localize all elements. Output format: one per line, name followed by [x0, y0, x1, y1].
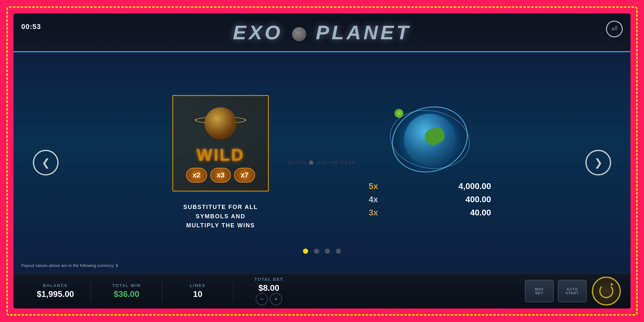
lines-value: 10 [193, 289, 203, 299]
payout-value-4x: 400.00 [465, 194, 491, 204]
payout-table: 5x 4,000.00 4x 400.00 3x 40.00 [369, 181, 491, 221]
wild-label: WILD [197, 145, 245, 165]
watermark: SLOTS 🎰 ONLINE FREE [288, 160, 356, 165]
mult-x2: x2 [186, 168, 207, 183]
header: 00:53 EXO PLANET ⏎ [14, 14, 630, 52]
main-container: 00:53 EXO PLANET ⏎ ❮ [14, 14, 630, 308]
watermark-text: SLOTS 🎰 ONLINE FREE [288, 160, 356, 165]
mult-x7: x7 [234, 168, 255, 183]
max-bet-label: MAX [535, 287, 544, 291]
payout-mult-3x: 3x [369, 208, 378, 218]
payout-row-5x: 5x 4,000.00 [369, 181, 491, 191]
bet-decrease-button[interactable]: − [256, 293, 268, 305]
payout-mult-5x: 5x [369, 181, 378, 191]
payout-row-4x: 4x 400.00 [369, 194, 491, 204]
multipliers-row: x2 x3 x7 [186, 168, 255, 183]
nav-right-button[interactable]: ❯ [585, 150, 611, 175]
wild-description: SUBSTITUTE FOR ALLSYMBOLS ANDMULTIPLY TH… [183, 203, 258, 230]
payout-value-3x: 40.00 [470, 208, 491, 218]
dot-1[interactable] [303, 249, 308, 254]
divider-3 [233, 280, 233, 302]
title-exo: EXO [233, 21, 283, 43]
total-win-group: TOTAL WIN $36.00 [94, 283, 159, 299]
planet-dot-icon [292, 27, 306, 41]
auto-start-label: AUTO [567, 287, 578, 291]
planet-panel: 5x 4,000.00 4x 400.00 3x 40.00 [369, 104, 491, 221]
nav-left-button[interactable]: ❮ [33, 150, 59, 175]
max-bet-label2: BET [535, 291, 544, 295]
balance-label: BALANCE [43, 283, 68, 288]
total-bet-label: TOTAL BET [254, 277, 283, 282]
pagination-dots [303, 249, 341, 254]
total-win-value: $36.00 [114, 289, 139, 299]
earth-continent [423, 126, 446, 147]
spin-icon [599, 284, 613, 298]
total-bet-group: TOTAL BET $8.00 − + [237, 277, 301, 305]
content-area: ❮ WILD x2 x3 x7 [14, 52, 630, 273]
panels: WILD x2 x3 x7 SUBSTITUTE FOR ALLSYMBOLS … [113, 95, 531, 230]
dot-4[interactable] [336, 249, 341, 254]
title-planet: PLANET [316, 21, 411, 43]
total-bet-value: $8.00 [258, 283, 279, 293]
earth-planet-graphic [388, 104, 472, 175]
lines-label: LINES [190, 283, 205, 288]
payout-row-3x: 3x 40.00 [369, 208, 491, 218]
balance-value: $1,995.00 [37, 289, 74, 299]
timer: 00:53 [21, 23, 41, 31]
divider-1 [91, 280, 91, 302]
auto-start-label2: START [566, 291, 579, 295]
payout-value-5x: 4,000.00 [459, 181, 491, 191]
back-button[interactable]: ⏎ [606, 21, 623, 37]
lines-group: LINES 10 [166, 283, 230, 299]
divider-2 [162, 280, 162, 302]
bottom-bar: BALANCE $1,995.00 TOTAL WIN $36.00 LINES… [14, 273, 630, 308]
game-title: EXO PLANET [233, 21, 411, 44]
left-arrow-icon: ❮ [42, 156, 50, 169]
bet-increase-button[interactable]: + [270, 293, 282, 305]
total-win-label: TOTAL WIN [112, 283, 141, 288]
planet-body [204, 107, 237, 139]
wild-planet-graphic [195, 104, 246, 143]
wild-symbol-box: WILD x2 x3 x7 [172, 95, 269, 192]
wild-panel: WILD x2 x3 x7 SUBSTITUTE FOR ALLSYMBOLS … [153, 95, 288, 230]
footer-note: Payout values above are in the following… [21, 263, 118, 268]
dot-3[interactable] [325, 249, 330, 254]
right-arrow-icon: ❯ [594, 156, 603, 169]
spin-button[interactable] [592, 277, 621, 306]
auto-start-button[interactable]: AUTO START [558, 280, 587, 302]
max-bet-button[interactable]: MAX BET [525, 280, 554, 302]
balance-group: BALANCE $1,995.00 [23, 283, 88, 299]
payout-mult-4x: 4x [369, 194, 378, 204]
bet-controls: − + [256, 293, 282, 305]
earth-body [404, 114, 456, 165]
mult-x3: x3 [210, 168, 231, 183]
dot-2[interactable] [314, 249, 319, 254]
